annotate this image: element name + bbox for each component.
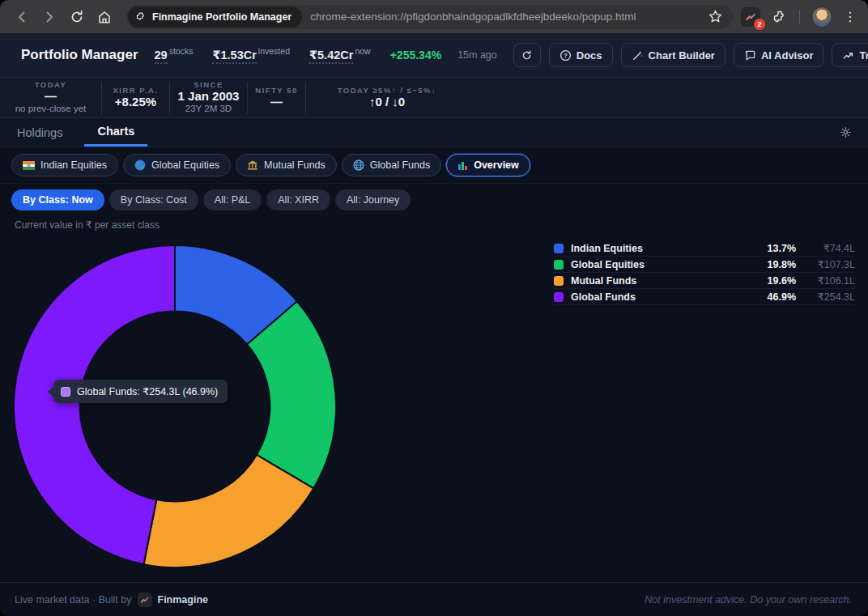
legend-swatch [554,292,564,302]
india-flag-icon [23,161,35,170]
toolbar-right: 2 ⋮ [741,6,860,28]
docs-button[interactable]: ? Docs [549,43,613,67]
chip-by-class-now[interactable]: By Class: Now [11,189,104,210]
footer-disclaimer: Not investment advice. Do your own resea… [645,594,852,605]
chip-indian-equities[interactable]: Indian Equities [11,154,118,176]
chip-all-pnl[interactable]: All: P&L [203,189,262,210]
extensions-puzzle-icon[interactable] [772,9,788,25]
svg-text:?: ? [564,52,568,59]
app-footer: Live market data · Built by Finmagine No… [0,582,868,616]
page-title: Portfolio Manager [21,47,138,63]
forward-arrow-icon [42,10,57,24]
chart-area: Current value in ₹ per asset class Globa… [0,216,868,582]
settings-gear-icon[interactable] [840,118,852,147]
finmagine-extension-icon[interactable]: 2 [741,7,760,27]
back-arrow-icon [15,10,29,24]
stat-col-today: TODAY — no prev-close yet [0,82,102,114]
profile-avatar[interactable] [811,6,832,28]
footer-left-text: Live market data · Built by [15,594,132,605]
url-text[interactable]: chrome-extension://pfigdonbhaindgopadlkf… [310,11,708,23]
tab-holdings[interactable]: Holdings [17,118,62,147]
home-button[interactable] [91,5,118,29]
refresh-icon [521,49,533,62]
finmagine-logo-icon [138,593,152,607]
bank-icon [247,159,258,171]
legend-swatch [554,276,564,286]
back-button[interactable] [8,5,36,29]
tooltip-text: Global Funds: ₹254.3L (46.9%) [77,385,218,397]
chip-global-funds[interactable]: Global Funds [342,154,441,176]
donut-chart[interactable] [5,236,345,576]
stat-stocks: 29stocks [155,49,194,62]
last-updated: 15m ago [457,49,497,61]
chip-mutual-funds[interactable]: Mutual Funds [236,154,337,176]
chip-global-equities[interactable]: Global Equities [123,154,231,176]
donut-segment-global-funds[interactable] [14,245,175,564]
globe-icon [134,159,146,171]
reload-icon [70,10,84,24]
chip-by-class-cost[interactable]: By Class: Cost [109,189,198,210]
forward-button[interactable] [36,5,63,29]
legend-swatch [554,244,564,253]
extension-badge: 2 [754,19,765,30]
browser-toolbar: Finmagine Portfolio Manager chrome-exten… [0,0,868,33]
legend-row-global-equities[interactable]: Global Equities 19.8% ₹107.3L [554,257,855,273]
view-chips: By Class: Now By Class: Cost All: P&L Al… [0,184,868,216]
legend-swatch [554,260,564,270]
address-bar[interactable]: Finmagine Portfolio Manager chrome-exten… [126,5,733,29]
chat-bubble-icon [744,49,756,62]
toolbar-separator [799,10,800,24]
total-return-percent: +255.34% [390,49,441,62]
extension-chip-label: Finmagine Portfolio Manager [152,11,291,23]
browser-window: Finmagine Portfolio Manager chrome-exten… [0,0,868,616]
stat-now: ₹5.42Crnow [309,49,371,62]
stat-col-xirr: XIRR P.A. +8.25% [102,82,170,114]
chip-overview[interactable]: Overview [446,154,530,176]
stat-col-since: SINCE 1 Jan 2003 23Y 2M 3D [170,82,248,114]
reload-button[interactable] [63,5,91,29]
chart-builder-button[interactable]: Chart Builder [621,43,725,67]
chart-caption: Current value in ₹ per asset class [15,219,160,231]
extension-chip[interactable]: Finmagine Portfolio Manager [128,6,302,28]
tab-charts[interactable]: Charts [84,118,147,147]
help-circle-icon: ? [560,49,572,62]
magic-wand-icon [632,49,644,62]
asset-class-chips: Indian Equities Global Equities Mutual F… [0,147,868,184]
stat-invested: ₹1.53Crinvested [212,49,290,62]
app-header: Portfolio Manager 29stocks ₹1.53Crinvest… [0,33,868,78]
legend-row-indian-equities[interactable]: Indian Equities 13.7% ₹74.4L [554,240,855,257]
refresh-button[interactable] [513,43,541,67]
tooltip-swatch [61,387,70,397]
bookmark-star-icon[interactable] [708,9,723,24]
chip-all-journey[interactable]: All: Journey [335,189,411,210]
chip-all-xirr[interactable]: All: XIRR [266,189,330,210]
stats-bar: TODAY — no prev-close yet XIRR P.A. +8.2… [0,78,868,118]
browser-menu-icon[interactable]: ⋮ [844,9,857,24]
chart-legend: Indian Equities 13.7% ₹74.4L Global Equi… [554,240,855,305]
tabs-row: Holdings Charts [0,118,868,147]
chart-tooltip: Global Funds: ₹254.3L (46.9%) [53,380,228,403]
ai-advisor-button[interactable]: AI Advisor [734,43,824,67]
legend-row-global-funds[interactable]: Global Funds 46.9% ₹254.3L [554,289,855,305]
home-icon [97,10,112,24]
stat-col-today-movers: TODAY ≥5%↑ / ≤−5%↓ ↑0 / ↓0 [306,82,468,114]
stat-col-nifty: NIFTY 50 — [248,82,306,114]
bar-chart-icon [457,160,468,171]
trending-up-icon [842,49,854,62]
trader-button[interactable]: Trader [832,43,868,67]
footer-brand[interactable]: Finmagine [158,594,209,605]
legend-row-mutual-funds[interactable]: Mutual Funds 19.6% ₹106.1L [554,273,855,289]
globe-meridians-icon [353,159,364,171]
extension-puzzle-icon [135,11,147,23]
